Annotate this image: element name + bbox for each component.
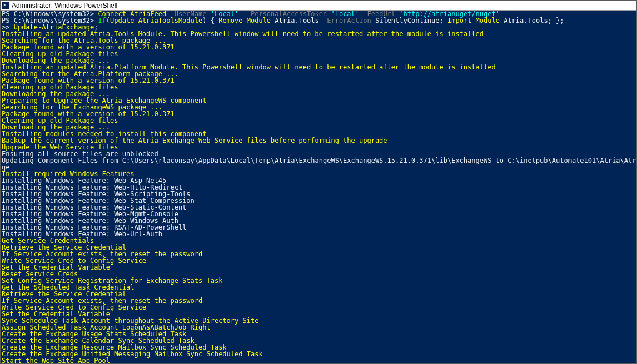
text-segment: Atria.Tools; }; (500, 17, 564, 24)
titlebar[interactable]: >_ Administrator: Windows PowerShell (1, 1, 636, 11)
text-segment: If (98, 17, 106, 24)
text-segment: Remove-Module (218, 17, 271, 24)
terminal-line: Updating Component Files from C:\Users\r… (2, 157, 635, 164)
terminal-line: Set the Credential Variable (2, 264, 635, 271)
text-segment: ( (106, 17, 110, 24)
text-segment: Update-AtriaToolsModule (110, 17, 202, 24)
window-title: Administrator: Windows PowerShell (12, 2, 117, 9)
text-segment: Atria.Tools (271, 17, 323, 24)
terminal-output[interactable]: PS C:\Windows\system32> Connect-AtriaFee… (1, 11, 636, 363)
text-segment: ) { (202, 17, 218, 24)
terminal-line: Installing Windows Feature: Web-Url-Auth (2, 231, 635, 237)
powershell-icon: >_ (2, 2, 9, 9)
text-segment: -ErrorAction (323, 17, 371, 24)
terminal-line: Start the Web Site App Pool (2, 357, 635, 363)
text-segment: SilentlyContinue; (371, 17, 447, 24)
text-segment: Import-Module (447, 17, 500, 24)
text-segment: Updating Component Files from C:\Users\r… (2, 157, 636, 164)
powershell-window: >_ Administrator: Windows PowerShell PS … (0, 0, 637, 364)
text-segment: Start the Web Site App Pool (2, 357, 110, 363)
